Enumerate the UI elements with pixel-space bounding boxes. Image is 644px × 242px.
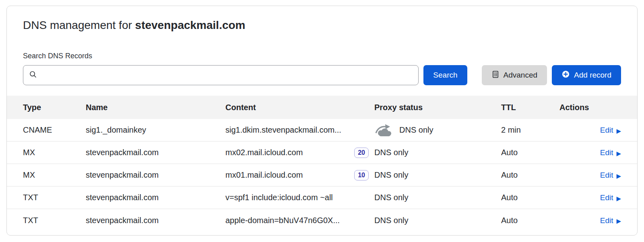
table-header-row: Type Name Content Proxy status TTL Actio… (7, 96, 637, 119)
search-button-label: Search (433, 71, 457, 80)
page-title: DNS management for stevenpackmail.com (7, 6, 637, 32)
edit-button-label: Edit (600, 171, 613, 180)
edit-arrow-icon: ▶ (616, 150, 621, 156)
record-name-cell: stevenpackmail.com (86, 170, 225, 180)
dns-management-card: DNS management for stevenpackmail.com Se… (6, 6, 638, 236)
edit-button[interactable]: Edit▶ (600, 171, 621, 180)
edit-button[interactable]: Edit▶ (600, 216, 621, 225)
actions-cell: Edit▶ (559, 125, 621, 135)
priority-badge: 10 (354, 170, 369, 180)
record-content-cell: sig1.dkim.stevenpackmail.com... (225, 125, 374, 135)
record-content-text: sig1.dkim.stevenpackmail.com... (225, 125, 341, 135)
record-name-cell: stevenpackmail.com (86, 148, 225, 157)
advanced-button[interactable]: Advanced (482, 65, 547, 85)
actions-cell: Edit▶ (559, 148, 621, 157)
dns-only-cloud-icon (374, 123, 394, 137)
table-row: MXstevenpackmail.commx02.mail.icloud.com… (7, 142, 637, 164)
edit-arrow-icon: ▶ (616, 173, 621, 179)
actions-cell: Edit▶ (559, 216, 621, 225)
record-type-cell: MX (23, 148, 86, 157)
ttl-cell: Auto (501, 170, 559, 180)
edit-button-label: Edit (600, 148, 613, 157)
priority-badge: 20 (354, 148, 369, 158)
column-header-ttl: TTL (501, 103, 559, 112)
dns-records-table: Type Name Content Proxy status TTL Actio… (7, 96, 637, 232)
record-content-cell: v=spf1 include:icloud.com ~all (225, 193, 374, 202)
table-body: CNAMEsig1._domainkeysig1.dkim.stevenpack… (7, 119, 637, 232)
ttl-cell: Auto (501, 193, 559, 202)
proxy-status-cell: DNS only (374, 193, 501, 202)
record-name-cell: stevenpackmail.com (86, 193, 225, 202)
record-content-cell: mx02.mail.icloud.com20 (225, 148, 374, 158)
record-content-cell: apple-domain=bNuV47n6G0X... (225, 216, 374, 225)
edit-button-label: Edit (600, 193, 613, 202)
proxy-status-cell: DNS only (374, 123, 501, 137)
record-name-cell: sig1._domainkey (86, 125, 225, 135)
ttl-cell: 2 min (501, 125, 559, 135)
edit-arrow-icon: ▶ (616, 195, 621, 201)
record-content-text: mx01.mail.icloud.com (225, 170, 303, 180)
page-title-domain: stevenpackmail.com (135, 19, 246, 31)
column-header-name: Name (86, 103, 225, 112)
column-header-content: Content (225, 103, 374, 112)
search-icon (29, 70, 37, 80)
advanced-list-icon (491, 70, 500, 80)
edit-arrow-icon: ▶ (616, 218, 621, 224)
search-button[interactable]: Search (423, 65, 467, 85)
record-content-text: mx02.mail.icloud.com (225, 148, 303, 157)
edit-button-label: Edit (600, 216, 613, 225)
column-header-proxy-status: Proxy status (374, 103, 501, 112)
table-row: CNAMEsig1._domainkeysig1.dkim.stevenpack… (7, 119, 637, 142)
record-type-cell: CNAME (23, 125, 86, 135)
advanced-button-label: Advanced (504, 71, 538, 80)
column-header-type: Type (23, 103, 86, 112)
proxy-status-text: DNS only (374, 148, 408, 157)
record-name-cell: stevenpackmail.com (86, 216, 225, 225)
search-label: Search DNS Records (23, 52, 621, 60)
edit-button[interactable]: Edit▶ (600, 193, 621, 202)
add-record-button-label: Add record (574, 71, 611, 80)
page-title-prefix: DNS management for (23, 19, 135, 31)
edit-arrow-icon: ▶ (616, 128, 621, 134)
edit-button[interactable]: Edit▶ (600, 126, 621, 135)
proxy-status-cell: DNS only (374, 148, 501, 157)
plus-circle-icon (561, 70, 570, 80)
proxy-status-text: DNS only (374, 193, 408, 202)
record-type-cell: MX (23, 170, 86, 180)
actions-cell: Edit▶ (559, 170, 621, 180)
column-header-actions: Actions (559, 103, 621, 112)
proxy-status-text: DNS only (399, 125, 433, 135)
ttl-cell: Auto (501, 148, 559, 157)
ttl-cell: Auto (501, 216, 559, 225)
table-row: TXTstevenpackmail.comapple-domain=bNuV47… (7, 209, 637, 232)
search-input-wrapper (23, 65, 419, 85)
edit-button-label: Edit (600, 126, 613, 135)
proxy-status-cell: DNS only (374, 170, 501, 180)
record-type-cell: TXT (23, 193, 86, 202)
record-type-cell: TXT (23, 216, 86, 225)
proxy-status-text: DNS only (374, 216, 408, 225)
add-record-button[interactable]: Add record (552, 65, 621, 85)
search-toolbar: Search Advanced (23, 65, 621, 85)
table-row: TXTstevenpackmail.comv=spf1 include:iclo… (7, 187, 637, 209)
proxy-status-cell: DNS only (374, 216, 501, 225)
search-input[interactable] (37, 71, 413, 80)
actions-cell: Edit▶ (559, 193, 621, 202)
table-row: MXstevenpackmail.commx01.mail.icloud.com… (7, 164, 637, 187)
edit-button[interactable]: Edit▶ (600, 148, 621, 157)
record-content-text: v=spf1 include:icloud.com ~all (225, 193, 333, 202)
record-content-text: apple-domain=bNuV47n6G0X... (225, 216, 340, 225)
proxy-status-text: DNS only (374, 170, 408, 180)
record-content-cell: mx01.mail.icloud.com10 (225, 170, 374, 180)
